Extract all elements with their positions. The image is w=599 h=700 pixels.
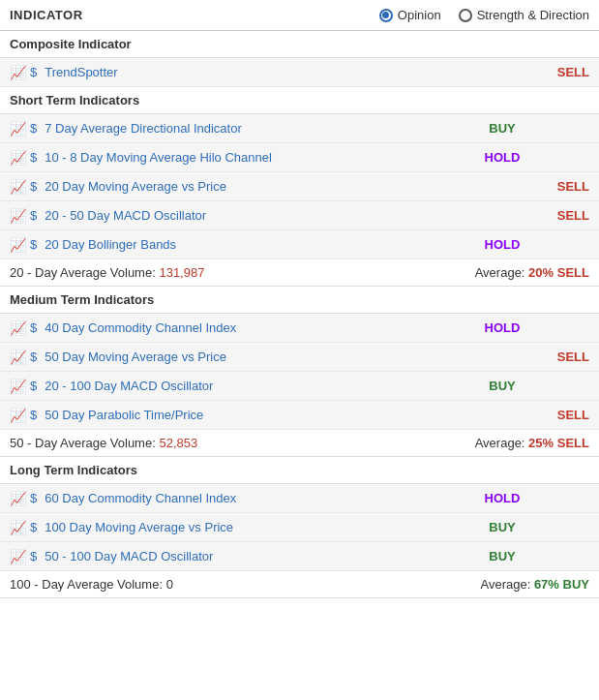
chart-icon[interactable]: 📈 xyxy=(10,350,26,365)
opinion-label: Opinion xyxy=(398,8,441,22)
indicator-name[interactable]: 20 - 100 Day MACD Oscillator xyxy=(45,379,473,393)
signal-mid: HOLD xyxy=(473,237,531,252)
table-row: 📈$60 Day Commodity Channel IndexHOLD xyxy=(0,484,599,513)
dollar-icon[interactable]: $ xyxy=(30,150,37,165)
short-term-avg-prefix: Average: xyxy=(475,265,528,280)
long-term-section-header: Long Term Indicators xyxy=(0,457,599,484)
long-term-volume: 0 xyxy=(166,577,173,592)
indicator-name[interactable]: 50 Day Moving Average vs Price xyxy=(45,350,473,364)
radio-group: Opinion Strength & Direction xyxy=(379,8,589,22)
indicator-name[interactable]: 10 - 8 Day Moving Average Hilo Channel xyxy=(45,150,473,165)
long-term-avg-pct: 67% xyxy=(534,577,559,592)
strength-label: Strength & Direction xyxy=(477,8,589,22)
chart-icon[interactable]: 📈 xyxy=(10,491,26,506)
table-row: 📈$50 Day Parabolic Time/PriceSELL xyxy=(0,401,599,430)
chart-icon[interactable]: 📈 xyxy=(10,179,26,195)
chart-icon[interactable]: 📈 xyxy=(10,379,26,394)
signal-right: SELL xyxy=(531,208,589,223)
dollar-icon[interactable]: $ xyxy=(30,520,37,534)
dollar-icon[interactable]: $ xyxy=(30,408,37,422)
dollar-icon[interactable]: $ xyxy=(30,549,37,563)
chart-icon[interactable]: 📈 xyxy=(10,237,26,253)
dollar-icon[interactable]: $ xyxy=(30,121,37,136)
dollar-icon[interactable]: $ xyxy=(30,350,37,364)
medium-term-signal-word: SELL xyxy=(557,436,589,450)
opinion-radio-circle[interactable] xyxy=(379,9,393,22)
long-term-signal-word: BUY xyxy=(563,577,589,592)
short-term-section-header: Short Term Indicators xyxy=(0,87,599,114)
opinion-radio[interactable]: Opinion xyxy=(379,8,441,22)
indicator-label: INDICATOR xyxy=(10,8,83,22)
dollar-icon[interactable]: $ xyxy=(30,179,37,194)
short-term-avg-signal: 20% SELL xyxy=(528,265,589,280)
short-term-volume-label: 20 - Day Average Volume: 131,987 xyxy=(10,265,204,280)
dollar-icon[interactable]: $ xyxy=(30,491,37,505)
indicator-name[interactable]: 20 Day Bollinger Bands xyxy=(45,237,473,252)
indicator-name[interactable]: TrendSpotter xyxy=(45,65,473,79)
medium-term-avg-label: Average: 25% SELL xyxy=(475,436,589,450)
long-term-avg-label: Average: 67% BUY xyxy=(480,577,589,592)
table-row: 📈$10 - 8 Day Moving Average Hilo Channel… xyxy=(0,143,599,172)
medium-term-section-header: Medium Term Indicators xyxy=(0,287,599,314)
chart-icon[interactable]: 📈 xyxy=(10,65,26,80)
short-term-avg-pct: 20% xyxy=(528,265,554,280)
table-row: 📈$TrendSpotterSELL xyxy=(0,58,599,87)
medium-term-rows: 📈$40 Day Commodity Channel IndexHOLD📈$50… xyxy=(0,314,599,430)
signal-mid: HOLD xyxy=(473,491,531,505)
strength-direction-radio[interactable]: Strength & Direction xyxy=(459,8,589,22)
chart-icon[interactable]: 📈 xyxy=(10,121,26,137)
long-term-rows: 📈$60 Day Commodity Channel IndexHOLD📈$10… xyxy=(0,484,599,571)
medium-term-prefix: 50 - Day Average Volume: xyxy=(10,436,159,450)
composite-section-header: Composite Indicator xyxy=(0,31,599,58)
medium-term-avg-signal: 25% SELL xyxy=(528,436,589,450)
short-term-rows: 📈$7 Day Average Directional IndicatorBUY… xyxy=(0,114,599,259)
chart-icon[interactable]: 📈 xyxy=(10,408,26,423)
short-term-avg-label: Average: 20% SELL xyxy=(475,265,589,280)
dollar-icon[interactable]: $ xyxy=(30,379,37,393)
medium-term-summary: 50 - Day Average Volume: 52,853 Average:… xyxy=(0,430,599,457)
table-row: 📈$20 - 100 Day MACD OscillatorBUY xyxy=(0,372,599,401)
chart-icon[interactable]: 📈 xyxy=(10,520,26,535)
chart-icon[interactable]: 📈 xyxy=(10,549,26,564)
short-term-prefix: 20 - Day Average Volume: xyxy=(10,265,159,280)
long-term-avg-signal: 67% BUY xyxy=(534,577,589,592)
medium-term-avg-prefix: Average: xyxy=(475,436,528,450)
short-term-summary: 20 - Day Average Volume: 131,987 Average… xyxy=(0,259,599,287)
dollar-icon[interactable]: $ xyxy=(30,320,37,335)
medium-term-avg-pct: 25% xyxy=(528,436,554,450)
table-row: 📈$50 Day Moving Average vs PriceSELL xyxy=(0,343,599,372)
dollar-icon[interactable]: $ xyxy=(30,65,37,79)
dollar-icon[interactable]: $ xyxy=(30,208,37,223)
table-row: 📈$50 - 100 Day MACD OscillatorBUY xyxy=(0,542,599,571)
table-row: 📈$40 Day Commodity Channel IndexHOLD xyxy=(0,314,599,343)
indicator-name[interactable]: 100 Day Moving Average vs Price xyxy=(45,520,473,534)
indicator-name[interactable]: 50 Day Parabolic Time/Price xyxy=(45,408,473,422)
signal-mid: BUY xyxy=(473,520,531,534)
long-term-summary: 100 - Day Average Volume: 0 Average: 67%… xyxy=(0,571,599,598)
strength-radio-circle[interactable] xyxy=(459,9,472,22)
signal-right: SELL xyxy=(531,408,589,422)
table-row: 📈$7 Day Average Directional IndicatorBUY xyxy=(0,114,599,143)
long-term-prefix: 100 - Day Average Volume: xyxy=(10,577,166,592)
indicator-name[interactable]: 50 - 100 Day MACD Oscillator xyxy=(45,549,473,563)
signal-mid: BUY xyxy=(473,121,531,136)
chart-icon[interactable]: 📈 xyxy=(10,320,26,336)
indicator-name[interactable]: 7 Day Average Directional Indicator xyxy=(45,121,473,136)
indicator-name[interactable]: 60 Day Commodity Channel Index xyxy=(45,491,473,505)
medium-term-volume-label: 50 - Day Average Volume: 52,853 xyxy=(10,436,197,450)
header: INDICATOR Opinion Strength & Direction xyxy=(0,0,599,31)
indicator-name[interactable]: 20 Day Moving Average vs Price xyxy=(45,179,473,194)
signal-mid: HOLD xyxy=(473,320,531,335)
indicator-name[interactable]: 40 Day Commodity Channel Index xyxy=(45,320,473,335)
table-row: 📈$20 - 50 Day MACD OscillatorSELL xyxy=(0,201,599,230)
signal-mid: HOLD xyxy=(473,150,531,165)
short-term-volume: 131,987 xyxy=(159,265,204,280)
signal-right: SELL xyxy=(531,65,589,79)
signal-right: SELL xyxy=(531,179,589,194)
medium-term-volume: 52,853 xyxy=(159,436,197,450)
indicator-name[interactable]: 20 - 50 Day MACD Oscillator xyxy=(45,208,473,223)
chart-icon[interactable]: 📈 xyxy=(10,208,26,224)
table-row: 📈$20 Day Moving Average vs PriceSELL xyxy=(0,172,599,201)
chart-icon[interactable]: 📈 xyxy=(10,150,26,166)
dollar-icon[interactable]: $ xyxy=(30,237,37,252)
